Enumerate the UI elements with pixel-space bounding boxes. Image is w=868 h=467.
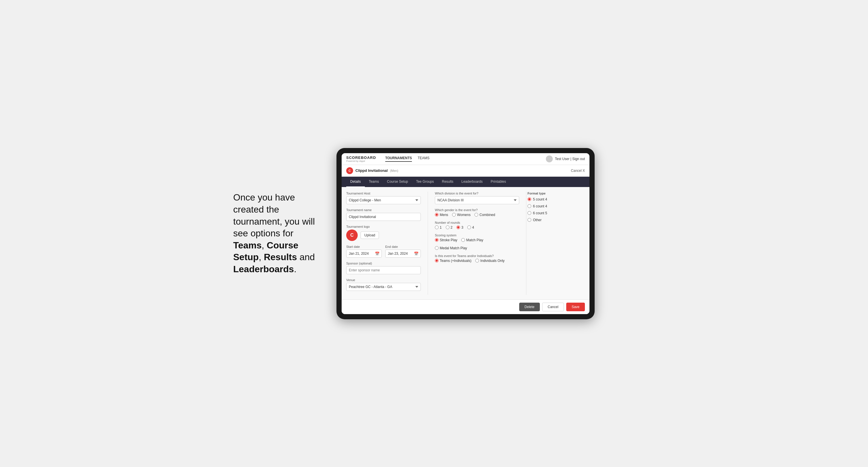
footer-bar: Delete Cancel Save	[342, 300, 589, 314]
teams-plus-radio[interactable]	[435, 259, 439, 262]
gender-womens-item[interactable]: Womens	[452, 213, 470, 217]
rounds-1-label: 1	[440, 225, 442, 229]
sponsor-input[interactable]	[346, 266, 421, 274]
scoring-stroke-label: Stroke Play	[440, 238, 457, 242]
tournament-name-input[interactable]	[346, 213, 421, 221]
scoring-medal-item[interactable]: Medal Match Play	[435, 246, 467, 250]
scoring-match-radio[interactable]	[461, 238, 465, 242]
end-date-group: End date 📅	[385, 245, 421, 258]
venue-select[interactable]: Peachtree GC - Atlanta - GA	[346, 283, 421, 291]
teams-individuals-radio[interactable]	[475, 259, 479, 262]
rounds-3-item[interactable]: 3	[456, 225, 463, 229]
tablet-screen: SCOREBOARD Powered by clippd TOURNAMENTS…	[342, 153, 589, 314]
format-6c4-item[interactable]: 6 count 4	[528, 204, 585, 208]
format-other-label: Other	[533, 218, 541, 222]
format-5c4-label: 5 count 4	[533, 197, 547, 201]
nav-link-tournaments[interactable]: TOURNAMENTS	[385, 156, 412, 162]
nav-link-teams[interactable]: TEAMS	[417, 156, 429, 162]
gender-mens-radio[interactable]	[435, 213, 439, 217]
format-other-radio[interactable]	[528, 218, 531, 222]
scoring-match-item[interactable]: Match Play	[461, 238, 483, 242]
rounds-2-radio[interactable]	[446, 225, 450, 229]
rounds-2-item[interactable]: 2	[446, 225, 453, 229]
mid-column: Which division is the event for? NCAA Di…	[429, 192, 525, 295]
end-date-label: End date	[385, 245, 421, 248]
teams-plus-item[interactable]: Teams (+Individuals)	[435, 259, 471, 263]
tab-details[interactable]: Details	[346, 177, 365, 187]
tournament-title: C Clippd Invitational (Men)	[346, 167, 398, 174]
rounds-2-label: 2	[451, 225, 453, 229]
user-area: Test User | Sign out	[546, 155, 585, 162]
rounds-1-radio[interactable]	[435, 225, 439, 229]
user-text[interactable]: Test User | Sign out	[555, 157, 585, 161]
logo-upload-area: C Upload	[346, 229, 421, 241]
gender-combined-item[interactable]: Combined	[474, 213, 495, 217]
format-5c4-item[interactable]: 5 count 4	[528, 197, 585, 201]
teams-group: Is this event for Teams and/or Individua…	[435, 254, 519, 263]
start-date-calendar-icon: 📅	[375, 251, 379, 256]
scoring-match-label: Match Play	[466, 238, 483, 242]
rounds-3-label: 3	[461, 225, 463, 229]
scoring-group: Scoring system Stroke Play Match Play	[435, 234, 519, 250]
start-date-group: Start date 📅	[346, 245, 382, 258]
tournament-name: Clippd Invitational	[355, 168, 388, 173]
tab-teams[interactable]: Teams	[365, 177, 383, 187]
tournament-icon: C	[346, 167, 353, 174]
cancel-button[interactable]: Cancel	[542, 303, 564, 311]
gender-combined-radio[interactable]	[474, 213, 478, 217]
gender-mens-label: Mens	[440, 213, 448, 217]
sponsor-group: Sponsor (optional)	[346, 261, 421, 274]
upload-button[interactable]: Upload	[361, 231, 379, 239]
rounds-label: Number of rounds	[435, 221, 519, 224]
format-6c4-radio[interactable]	[528, 204, 531, 208]
rounds-4-label: 4	[472, 225, 474, 229]
scoring-stroke-item[interactable]: Stroke Play	[435, 238, 457, 242]
tab-printables[interactable]: Printables	[487, 177, 510, 187]
tab-course-setup[interactable]: Course Setup	[383, 177, 412, 187]
logo-sub: Powered by clippd	[346, 160, 376, 162]
tournament-logo-group: Tournament logo C Upload	[346, 225, 421, 241]
tournament-sub: (Men)	[390, 169, 398, 173]
tab-leaderboards[interactable]: Leaderboards	[457, 177, 487, 187]
gender-group: Which gender is the event for? Mens Wome…	[435, 208, 519, 217]
col-divider-2	[526, 192, 526, 295]
tab-tee-groups[interactable]: Tee Groups	[412, 177, 438, 187]
col-divider-1	[428, 192, 428, 295]
tournament-header: C Clippd Invitational (Men) Cancel X	[342, 165, 589, 177]
tournament-name-label: Tournament name	[346, 208, 421, 212]
rounds-4-item[interactable]: 4	[467, 225, 474, 229]
format-6c5-radio[interactable]	[528, 211, 531, 215]
rounds-3-radio[interactable]	[456, 225, 460, 229]
teams-individuals-item[interactable]: Individuals Only	[475, 259, 504, 263]
tab-nav: Details Teams Course Setup Tee Groups Re…	[342, 177, 589, 187]
tab-results[interactable]: Results	[438, 177, 457, 187]
logo-text: SCOREBOARD	[346, 155, 376, 160]
rounds-4-radio[interactable]	[467, 225, 471, 229]
format-radio-group: 5 count 4 6 count 4 6 count 5	[528, 197, 585, 222]
scoring-medal-radio[interactable]	[435, 246, 439, 250]
teams-radio-group: Teams (+Individuals) Individuals Only	[435, 259, 519, 263]
delete-button[interactable]: Delete	[519, 303, 540, 311]
logo-area: SCOREBOARD Powered by clippd	[346, 155, 376, 162]
rounds-1-item[interactable]: 1	[435, 225, 442, 229]
top-nav: SCOREBOARD Powered by clippd TOURNAMENTS…	[342, 153, 589, 165]
tournament-host-select[interactable]: Clippd College - Men	[346, 196, 421, 204]
rounds-radio-group: 1 2 3 4	[435, 225, 519, 229]
division-select[interactable]: NCAA Division III	[435, 196, 519, 204]
end-date-calendar-icon: 📅	[414, 251, 418, 256]
format-other-item[interactable]: Other	[528, 218, 585, 222]
save-button[interactable]: Save	[566, 303, 585, 311]
start-date-label: Start date	[346, 245, 382, 248]
tournament-logo-label: Tournament logo	[346, 225, 421, 228]
page-wrapper: Once you have created the tournament, yo…	[233, 148, 635, 319]
tournament-host-group: Tournament Host Clippd College - Men	[346, 192, 421, 204]
gender-mens-item[interactable]: Mens	[435, 213, 448, 217]
scoring-stroke-radio[interactable]	[435, 238, 439, 242]
gender-womens-radio[interactable]	[452, 213, 456, 217]
cancel-top-button[interactable]: Cancel X	[571, 169, 585, 173]
format-5c4-radio[interactable]	[528, 197, 531, 201]
format-6c5-item[interactable]: 6 count 5	[528, 211, 585, 215]
scoring-radio-group: Stroke Play Match Play Medal Match Play	[435, 238, 519, 250]
gender-radio-group: Mens Womens Combined	[435, 213, 519, 217]
end-date-wrapper: 📅	[385, 250, 421, 258]
